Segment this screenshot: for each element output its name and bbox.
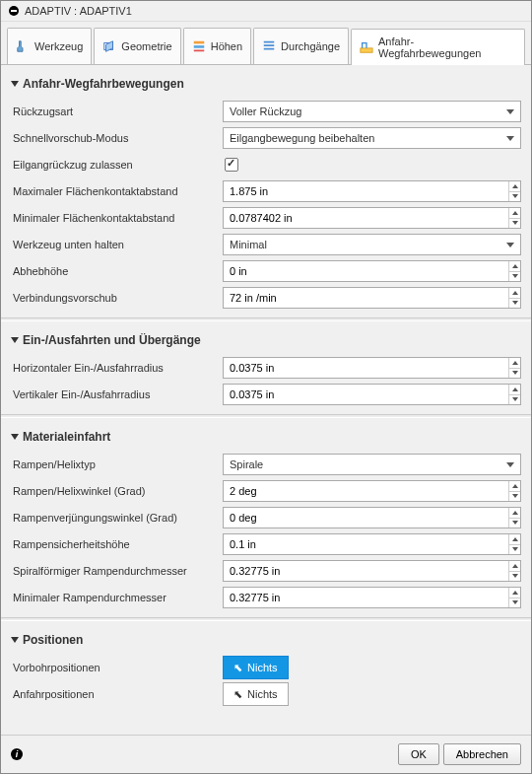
ramp-type-label: Rampen/Helixtyp — [11, 458, 223, 470]
clearance-label: Rampensicherheitshöhe — [11, 538, 223, 550]
minimize-icon[interactable] — [9, 6, 19, 16]
chevron-down-icon — [11, 81, 19, 87]
cursor-icon: ⬉ — [233, 662, 242, 674]
feed-link-label: Verbindungsvorschub — [11, 292, 223, 304]
allow-rapid-checkbox[interactable] — [225, 158, 238, 172]
section-divider — [1, 317, 531, 321]
ramp-angle-spinner[interactable] — [223, 480, 521, 502]
footer: i OK Abbrechen — [1, 735, 531, 773]
highfeed-mode-select[interactable]: Eilgangbewegung beibehalten — [223, 127, 521, 149]
tab-linking[interactable]: Anfahr-Wegfahrbewegungen — [351, 29, 525, 65]
svg-rect-1 — [193, 41, 204, 44]
retract-policy-label: Rückzugsart — [11, 106, 223, 117]
chevron-down-icon — [11, 337, 19, 343]
v-radius-spinner[interactable] — [223, 384, 521, 405]
tab-geometry[interactable]: Geometrie — [94, 28, 180, 64]
lift-height-label: Abhebhöhe — [11, 265, 223, 277]
tab-heights-label: Höhen — [211, 40, 242, 52]
helix-dia-spinner[interactable] — [223, 560, 521, 582]
passes-icon — [262, 39, 276, 53]
min-stay-spinner[interactable] — [223, 207, 521, 229]
feed-link-spinner[interactable] — [223, 287, 521, 309]
max-stay-spinner[interactable] — [223, 180, 521, 202]
geometry-icon — [102, 39, 116, 53]
cursor-icon: ⬉ — [233, 688, 242, 701]
ok-button[interactable]: OK — [398, 743, 439, 765]
svg-rect-3 — [193, 50, 204, 52]
ramp-type-select[interactable]: Spirale — [223, 454, 521, 475]
section-positions: Positionen Vorbohrpositionen⬉Nichts Anfa… — [11, 629, 521, 706]
section-positions-header[interactable]: Positionen — [11, 629, 521, 653]
predrill-label: Vorbohrpositionen — [11, 662, 223, 673]
tab-tool-label: Werkzeug — [34, 40, 83, 52]
helix-dia-label: Spiralförmiger Rampendurchmesser — [11, 565, 223, 577]
lift-height-spinner[interactable] — [223, 260, 521, 282]
allow-rapid-label: Eilgangrückzug zulassen — [11, 159, 223, 171]
linking-icon — [360, 40, 373, 54]
section-leads: Ein-/Ausfahrten und Übergänge Horizontal… — [11, 329, 521, 406]
min-dia-label: Minimaler Rampendurchmesser — [11, 592, 223, 603]
entry-label: Anfahrpositionen — [11, 688, 223, 700]
tab-passes[interactable]: Durchgänge — [253, 28, 349, 64]
section-divider — [1, 414, 531, 418]
chevron-down-icon — [11, 434, 19, 440]
min-stay-label: Minimaler Flächenkontaktabstand — [11, 212, 223, 224]
section-ramp-header[interactable]: Materialeinfahrt — [11, 426, 521, 450]
tool-icon — [16, 39, 30, 53]
section-leads-header[interactable]: Ein-/Ausfahrten und Übergänge — [11, 329, 521, 353]
h-radius-spinner[interactable] — [223, 357, 521, 379]
info-icon[interactable]: i — [11, 748, 23, 760]
taper-angle-label: Rampenverjüngungswinkel (Grad) — [11, 512, 223, 524]
section-divider — [1, 617, 531, 621]
heights-icon — [192, 39, 206, 53]
predrill-selector[interactable]: ⬉Nichts — [223, 656, 289, 679]
taper-angle-spinner[interactable] — [223, 507, 521, 528]
keepdown-select[interactable]: Minimal — [223, 234, 521, 255]
clearance-spinner[interactable] — [223, 533, 521, 555]
svg-rect-4 — [361, 48, 372, 52]
tab-geometry-label: Geometrie — [121, 40, 171, 52]
h-radius-label: Horizontaler Ein-/Ausfahrradius — [11, 362, 223, 374]
retract-policy-select[interactable]: Voller Rückzug — [223, 101, 521, 122]
tab-bar: Werkzeug Geometrie Höhen Durchgänge Anfa… — [1, 22, 531, 65]
cancel-button[interactable]: Abbrechen — [443, 743, 521, 765]
window-title: ADAPTIV : ADAPTIV1 — [25, 5, 132, 17]
svg-rect-2 — [193, 45, 204, 48]
v-radius-label: Vertikaler Ein-/Ausfahrradius — [11, 388, 223, 400]
section-linking: Anfahr-Wegfahrbewegungen RückzugsartVoll… — [11, 73, 521, 310]
keepdown-label: Werkzeug unten halten — [11, 239, 223, 250]
min-dia-spinner[interactable] — [223, 587, 521, 608]
spin-down-icon[interactable] — [509, 192, 520, 202]
ramp-angle-label: Rampen/Helixwinkel (Grad) — [11, 485, 223, 497]
spin-up-icon[interactable] — [509, 181, 520, 192]
tab-linking-label: Anfahr-Wegfahrbewegungen — [378, 35, 516, 59]
max-stay-label: Maximaler Flächenkontaktabstand — [11, 185, 223, 197]
tab-passes-label: Durchgänge — [281, 40, 340, 52]
chevron-down-icon — [11, 637, 19, 643]
highfeed-mode-label: Schnellvorschub-Modus — [11, 132, 223, 144]
tab-tool[interactable]: Werkzeug — [7, 28, 92, 64]
title-bar: ADAPTIV : ADAPTIV1 — [1, 1, 531, 22]
entry-selector[interactable]: ⬉Nichts — [223, 682, 289, 706]
tab-heights[interactable]: Höhen — [183, 28, 251, 64]
section-linking-header[interactable]: Anfahr-Wegfahrbewegungen — [11, 73, 521, 97]
section-ramp: Materialeinfahrt Rampen/HelixtypSpirale … — [11, 426, 521, 609]
